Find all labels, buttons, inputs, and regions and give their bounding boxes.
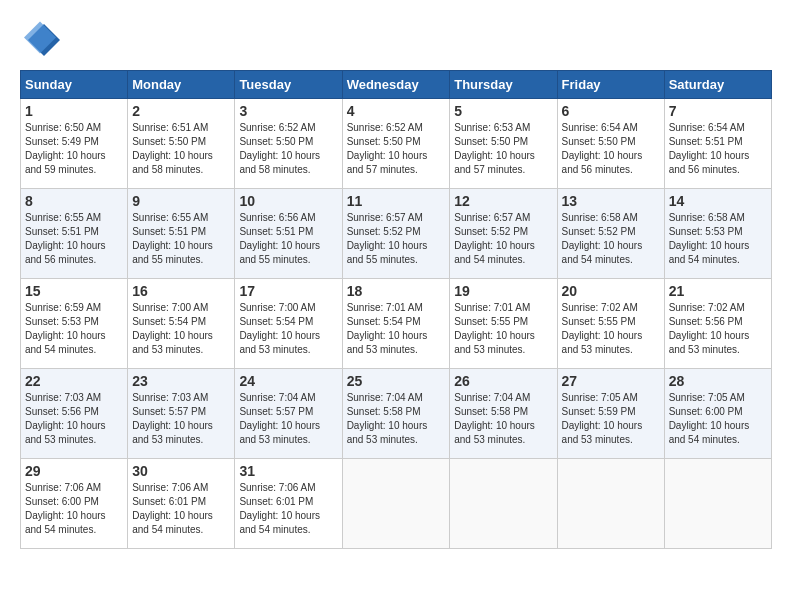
calendar-row-week-3: 15Sunrise: 6:59 AM Sunset: 5:53 PM Dayli…: [21, 279, 772, 369]
day-info: Sunrise: 7:00 AM Sunset: 5:54 PM Dayligh…: [132, 301, 230, 357]
day-number: 18: [347, 283, 446, 299]
calendar-cell: 26Sunrise: 7:04 AM Sunset: 5:58 PM Dayli…: [450, 369, 557, 459]
calendar-cell: 3Sunrise: 6:52 AM Sunset: 5:50 PM Daylig…: [235, 99, 342, 189]
day-number: 13: [562, 193, 660, 209]
day-info: Sunrise: 7:06 AM Sunset: 6:00 PM Dayligh…: [25, 481, 123, 537]
calendar-cell: 14Sunrise: 6:58 AM Sunset: 5:53 PM Dayli…: [664, 189, 771, 279]
day-info: Sunrise: 6:54 AM Sunset: 5:50 PM Dayligh…: [562, 121, 660, 177]
calendar-cell: 22Sunrise: 7:03 AM Sunset: 5:56 PM Dayli…: [21, 369, 128, 459]
day-info: Sunrise: 7:04 AM Sunset: 5:57 PM Dayligh…: [239, 391, 337, 447]
calendar-cell: 15Sunrise: 6:59 AM Sunset: 5:53 PM Dayli…: [21, 279, 128, 369]
day-number: 1: [25, 103, 123, 119]
logo: [20, 20, 66, 60]
day-number: 23: [132, 373, 230, 389]
calendar-cell: [450, 459, 557, 549]
calendar-cell: 19Sunrise: 7:01 AM Sunset: 5:55 PM Dayli…: [450, 279, 557, 369]
day-header-thursday: Thursday: [450, 71, 557, 99]
day-number: 30: [132, 463, 230, 479]
day-info: Sunrise: 7:01 AM Sunset: 5:54 PM Dayligh…: [347, 301, 446, 357]
day-number: 6: [562, 103, 660, 119]
day-info: Sunrise: 6:53 AM Sunset: 5:50 PM Dayligh…: [454, 121, 552, 177]
calendar-cell: 6Sunrise: 6:54 AM Sunset: 5:50 PM Daylig…: [557, 99, 664, 189]
calendar-cell: [557, 459, 664, 549]
calendar-cell: 31Sunrise: 7:06 AM Sunset: 6:01 PM Dayli…: [235, 459, 342, 549]
calendar-cell: 28Sunrise: 7:05 AM Sunset: 6:00 PM Dayli…: [664, 369, 771, 459]
day-number: 9: [132, 193, 230, 209]
day-info: Sunrise: 6:52 AM Sunset: 5:50 PM Dayligh…: [347, 121, 446, 177]
calendar-cell: 24Sunrise: 7:04 AM Sunset: 5:57 PM Dayli…: [235, 369, 342, 459]
calendar: SundayMondayTuesdayWednesdayThursdayFrid…: [20, 70, 772, 549]
calendar-cell: 11Sunrise: 6:57 AM Sunset: 5:52 PM Dayli…: [342, 189, 450, 279]
day-info: Sunrise: 6:55 AM Sunset: 5:51 PM Dayligh…: [132, 211, 230, 267]
calendar-row-week-4: 22Sunrise: 7:03 AM Sunset: 5:56 PM Dayli…: [21, 369, 772, 459]
day-number: 14: [669, 193, 767, 209]
day-info: Sunrise: 7:05 AM Sunset: 6:00 PM Dayligh…: [669, 391, 767, 447]
day-header-tuesday: Tuesday: [235, 71, 342, 99]
day-info: Sunrise: 6:54 AM Sunset: 5:51 PM Dayligh…: [669, 121, 767, 177]
calendar-cell: [664, 459, 771, 549]
day-info: Sunrise: 6:59 AM Sunset: 5:53 PM Dayligh…: [25, 301, 123, 357]
day-number: 2: [132, 103, 230, 119]
calendar-cell: 29Sunrise: 7:06 AM Sunset: 6:00 PM Dayli…: [21, 459, 128, 549]
day-number: 31: [239, 463, 337, 479]
calendar-cell: 27Sunrise: 7:05 AM Sunset: 5:59 PM Dayli…: [557, 369, 664, 459]
calendar-cell: 18Sunrise: 7:01 AM Sunset: 5:54 PM Dayli…: [342, 279, 450, 369]
day-header-sunday: Sunday: [21, 71, 128, 99]
day-info: Sunrise: 7:05 AM Sunset: 5:59 PM Dayligh…: [562, 391, 660, 447]
calendar-row-week-2: 8Sunrise: 6:55 AM Sunset: 5:51 PM Daylig…: [21, 189, 772, 279]
day-number: 20: [562, 283, 660, 299]
day-number: 19: [454, 283, 552, 299]
day-number: 27: [562, 373, 660, 389]
day-info: Sunrise: 7:02 AM Sunset: 5:55 PM Dayligh…: [562, 301, 660, 357]
day-info: Sunrise: 6:55 AM Sunset: 5:51 PM Dayligh…: [25, 211, 123, 267]
calendar-row-week-1: 1Sunrise: 6:50 AM Sunset: 5:49 PM Daylig…: [21, 99, 772, 189]
day-number: 21: [669, 283, 767, 299]
day-header-wednesday: Wednesday: [342, 71, 450, 99]
day-info: Sunrise: 7:06 AM Sunset: 6:01 PM Dayligh…: [239, 481, 337, 537]
calendar-cell: 12Sunrise: 6:57 AM Sunset: 5:52 PM Dayli…: [450, 189, 557, 279]
day-info: Sunrise: 6:58 AM Sunset: 5:53 PM Dayligh…: [669, 211, 767, 267]
day-info: Sunrise: 6:58 AM Sunset: 5:52 PM Dayligh…: [562, 211, 660, 267]
day-info: Sunrise: 6:52 AM Sunset: 5:50 PM Dayligh…: [239, 121, 337, 177]
calendar-cell: 20Sunrise: 7:02 AM Sunset: 5:55 PM Dayli…: [557, 279, 664, 369]
day-info: Sunrise: 7:04 AM Sunset: 5:58 PM Dayligh…: [454, 391, 552, 447]
calendar-cell: 2Sunrise: 6:51 AM Sunset: 5:50 PM Daylig…: [128, 99, 235, 189]
day-info: Sunrise: 7:06 AM Sunset: 6:01 PM Dayligh…: [132, 481, 230, 537]
calendar-cell: 8Sunrise: 6:55 AM Sunset: 5:51 PM Daylig…: [21, 189, 128, 279]
day-number: 8: [25, 193, 123, 209]
calendar-cell: [342, 459, 450, 549]
calendar-cell: 16Sunrise: 7:00 AM Sunset: 5:54 PM Dayli…: [128, 279, 235, 369]
calendar-cell: 17Sunrise: 7:00 AM Sunset: 5:54 PM Dayli…: [235, 279, 342, 369]
day-number: 25: [347, 373, 446, 389]
day-number: 4: [347, 103, 446, 119]
day-number: 7: [669, 103, 767, 119]
calendar-cell: 5Sunrise: 6:53 AM Sunset: 5:50 PM Daylig…: [450, 99, 557, 189]
calendar-cell: 10Sunrise: 6:56 AM Sunset: 5:51 PM Dayli…: [235, 189, 342, 279]
calendar-cell: 4Sunrise: 6:52 AM Sunset: 5:50 PM Daylig…: [342, 99, 450, 189]
calendar-cell: 30Sunrise: 7:06 AM Sunset: 6:01 PM Dayli…: [128, 459, 235, 549]
day-number: 28: [669, 373, 767, 389]
day-info: Sunrise: 7:03 AM Sunset: 5:57 PM Dayligh…: [132, 391, 230, 447]
day-info: Sunrise: 6:57 AM Sunset: 5:52 PM Dayligh…: [347, 211, 446, 267]
day-number: 22: [25, 373, 123, 389]
calendar-cell: 1Sunrise: 6:50 AM Sunset: 5:49 PM Daylig…: [21, 99, 128, 189]
day-info: Sunrise: 7:02 AM Sunset: 5:56 PM Dayligh…: [669, 301, 767, 357]
calendar-cell: 9Sunrise: 6:55 AM Sunset: 5:51 PM Daylig…: [128, 189, 235, 279]
header-row: SundayMondayTuesdayWednesdayThursdayFrid…: [21, 71, 772, 99]
calendar-cell: 23Sunrise: 7:03 AM Sunset: 5:57 PM Dayli…: [128, 369, 235, 459]
day-number: 5: [454, 103, 552, 119]
day-number: 29: [25, 463, 123, 479]
calendar-cell: 21Sunrise: 7:02 AM Sunset: 5:56 PM Dayli…: [664, 279, 771, 369]
day-info: Sunrise: 7:01 AM Sunset: 5:55 PM Dayligh…: [454, 301, 552, 357]
day-number: 12: [454, 193, 552, 209]
day-header-saturday: Saturday: [664, 71, 771, 99]
day-number: 10: [239, 193, 337, 209]
day-number: 24: [239, 373, 337, 389]
day-number: 17: [239, 283, 337, 299]
calendar-cell: 7Sunrise: 6:54 AM Sunset: 5:51 PM Daylig…: [664, 99, 771, 189]
logo-icon: [20, 20, 60, 60]
day-info: Sunrise: 7:00 AM Sunset: 5:54 PM Dayligh…: [239, 301, 337, 357]
day-number: 11: [347, 193, 446, 209]
day-info: Sunrise: 6:51 AM Sunset: 5:50 PM Dayligh…: [132, 121, 230, 177]
day-info: Sunrise: 7:04 AM Sunset: 5:58 PM Dayligh…: [347, 391, 446, 447]
